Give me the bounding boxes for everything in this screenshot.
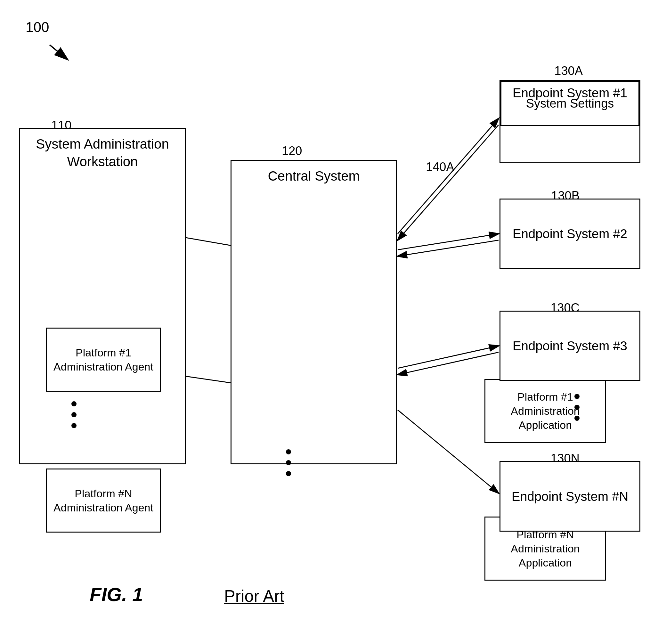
endpoint-dots bbox=[574, 394, 580, 421]
central-dots bbox=[286, 449, 291, 476]
svg-line-9 bbox=[398, 346, 498, 368]
svg-line-11 bbox=[398, 410, 498, 493]
cdot3 bbox=[286, 471, 291, 476]
platformN-agent-label: Platform #N Administration Agent bbox=[50, 486, 157, 515]
platformN-agent-box: Platform #N Administration Agent bbox=[46, 469, 161, 533]
central-system-title: Central System bbox=[231, 168, 396, 185]
endpoint2-title: Endpoint System #2 bbox=[501, 199, 639, 268]
endpoint3-box: Endpoint System #3 bbox=[500, 311, 641, 381]
endpoint2-box: Endpoint System #2 bbox=[500, 198, 641, 269]
edot2 bbox=[574, 405, 580, 410]
diagram: 100 110 120 130A 130B 130C 130N 140A 112… bbox=[0, 0, 666, 644]
svg-line-8 bbox=[398, 240, 498, 256]
workstation-dots bbox=[71, 401, 76, 428]
platform1-agent-box: Platform #1 Administration Agent bbox=[46, 328, 161, 391]
ref-label-100: 100 bbox=[25, 19, 49, 35]
svg-line-6 bbox=[398, 125, 498, 240]
endpoint3-title: Endpoint System #3 bbox=[501, 312, 639, 380]
platform1-app-label: Platform #1 Administration Application bbox=[489, 390, 602, 432]
endpointN-title: Endpoint System #N bbox=[501, 462, 639, 530]
cdot2 bbox=[286, 460, 291, 465]
ref-label-120: 120 bbox=[282, 144, 302, 158]
svg-line-7 bbox=[398, 234, 498, 250]
edot1 bbox=[574, 394, 580, 399]
endpoint1-box: Endpoint System #1 System Settings bbox=[500, 80, 641, 163]
platformN-app-label: Platform #N Administration Application bbox=[489, 527, 602, 570]
fig-label: FIG. 1 bbox=[90, 584, 143, 606]
dot2 bbox=[71, 412, 76, 417]
edot3 bbox=[574, 416, 580, 421]
ref-label-140A: 140A bbox=[426, 160, 454, 174]
svg-line-2 bbox=[50, 45, 67, 59]
endpointN-box: Endpoint System #N bbox=[500, 461, 641, 532]
dot3 bbox=[71, 423, 76, 428]
ref-label-130A: 130A bbox=[554, 64, 583, 78]
svg-line-5 bbox=[398, 119, 498, 234]
workstation-title: System Administration Workstation bbox=[20, 136, 185, 170]
prior-art-label: Prior Art bbox=[224, 586, 284, 606]
platform1-app-box: Platform #1 Administration Application bbox=[485, 379, 606, 443]
platform1-agent-label: Platform #1 Administration Agent bbox=[50, 346, 157, 374]
workstation-box: System Administration Workstation Platfo… bbox=[19, 128, 186, 464]
endpoint1-title: Endpoint System #1 bbox=[501, 86, 639, 100]
central-system-box: Central System Platform #1 Administratio… bbox=[230, 160, 397, 464]
svg-line-10 bbox=[398, 352, 498, 375]
cdot1 bbox=[286, 449, 291, 454]
dot1 bbox=[71, 401, 76, 406]
